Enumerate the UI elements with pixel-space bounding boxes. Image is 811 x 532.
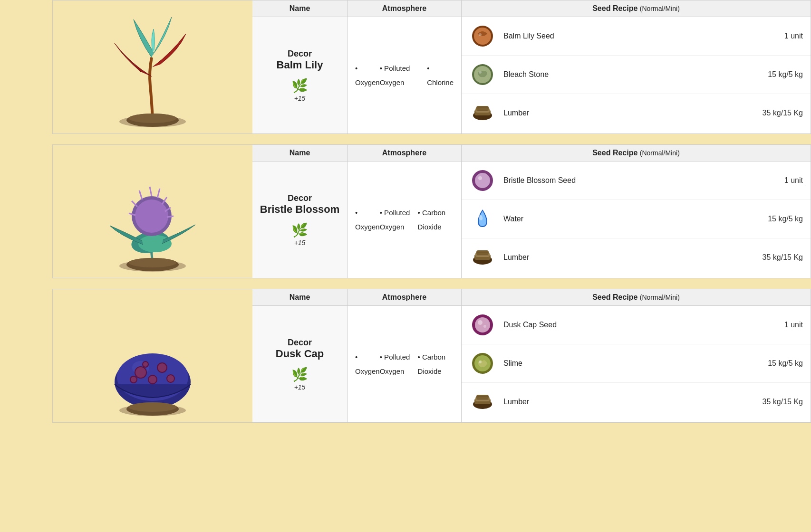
- header-recipe: Seed Recipe (Normal/Mini): [462, 145, 811, 161]
- ingredient-amount: 15 kg/5 kg: [751, 215, 803, 223]
- svg-rect-37: [476, 250, 489, 255]
- svg-point-57: [483, 325, 486, 328]
- recipe-cell: Balm Lily Seed1 unit Bleach Stone15 kg/5…: [462, 17, 811, 133]
- plant-info-table-bristle-blossom: NameAtmosphereSeed Recipe (Normal/Mini) …: [252, 145, 811, 278]
- ingredient-name: Water: [503, 215, 751, 223]
- ingredient-amount: 1 unit: [751, 176, 803, 185]
- plant-data-row: Decor Dusk Cap 🌿 +15 • Oxygen• Polluted …: [252, 306, 811, 422]
- recipe-row: Water15 kg/5 kg: [462, 200, 811, 238]
- ingredient-icon: [469, 312, 496, 338]
- plant-info-table-dusk-cap: NameAtmosphereSeed Recipe (Normal/Mini) …: [252, 289, 811, 422]
- header-name: Name: [252, 145, 348, 161]
- header-atmosphere: Atmosphere: [348, 289, 462, 305]
- ingredient-amount: 35 kg/15 Kg: [751, 398, 803, 406]
- recipe-row: Lumber35 kg/15 Kg: [462, 383, 811, 421]
- svg-point-17: [138, 235, 172, 252]
- name-subname: Dusk Cap: [276, 348, 324, 360]
- ingredient-icon: [469, 206, 496, 232]
- ingredient-icon: [469, 167, 496, 194]
- recipe-row: Balm Lily Seed1 unit: [462, 17, 811, 56]
- svg-point-32: [478, 176, 482, 180]
- plant-image-cell-bristle-blossom: [53, 145, 252, 278]
- ingredient-amount: 15 kg/5 kg: [751, 70, 803, 79]
- ingredient-amount: 15 kg/5 kg: [751, 359, 803, 368]
- plant-image-cell-dusk-cap: [53, 289, 252, 422]
- svg-point-31: [475, 173, 490, 188]
- ingredient-name: Balm Lily Seed: [503, 32, 751, 40]
- recipe-row: Lumber35 kg/15 Kg: [462, 238, 811, 276]
- plant-info-table-balm-lily: NameAtmosphereSeed Recipe (Normal/Mini) …: [252, 0, 811, 133]
- decor-icon-row: 🌿 +15: [291, 78, 308, 102]
- svg-point-2: [129, 114, 176, 123]
- plant-data-row: Decor Bristle Blossom 🌿 +15 • Oxygen• Po…: [252, 162, 811, 278]
- svg-line-27: [167, 216, 174, 217]
- recipe-row: Bleach Stone15 kg/5 kg: [462, 56, 811, 94]
- ingredient-icon: [469, 350, 496, 377]
- section-gap: [52, 284, 811, 289]
- decor-icon: 🌿: [291, 222, 308, 238]
- plant-section-balm-lily: NameAtmosphereSeed Recipe (Normal/Mini) …: [52, 0, 811, 134]
- svg-point-55: [475, 317, 490, 332]
- atmosphere-item: • Polluted Oxygen: [380, 206, 418, 234]
- svg-point-60: [479, 361, 482, 363]
- plant-image-cell-balm-lily: [53, 0, 252, 133]
- plant-section-dusk-cap: NameAtmosphereSeed Recipe (Normal/Mini) …: [52, 289, 811, 423]
- atmosphere-item: • Oxygen: [355, 61, 380, 90]
- atmosphere-item: • Polluted Oxygen: [380, 350, 418, 379]
- svg-rect-12: [476, 106, 489, 111]
- header-atmosphere: Atmosphere: [348, 0, 462, 17]
- svg-point-49: [130, 376, 137, 383]
- ingredient-name: Lumber: [503, 398, 751, 406]
- svg-point-8: [479, 71, 482, 74]
- main-content: NameAtmosphereSeed Recipe (Normal/Mini) …: [52, 0, 811, 532]
- atmosphere-cell: • Oxygen• Polluted Oxygen• Carbon Dioxid…: [348, 162, 462, 278]
- decor-icon-row: 🌿 +15: [291, 222, 308, 247]
- header-atmosphere: Atmosphere: [348, 145, 462, 161]
- atmosphere-item: • Carbon Dioxide: [418, 206, 454, 234]
- ingredient-name: Lumber: [503, 253, 751, 262]
- decor-icon-row: 🌿 +15: [291, 367, 308, 391]
- ingredient-icon: [469, 244, 496, 271]
- atmosphere-item: • Chlorine: [427, 61, 454, 90]
- column-header-row: NameAtmosphereSeed Recipe (Normal/Mini): [252, 0, 811, 17]
- page-wrapper: NameAtmosphereSeed Recipe (Normal/Mini) …: [0, 0, 811, 532]
- plant-section-bristle-blossom: NameAtmosphereSeed Recipe (Normal/Mini) …: [52, 144, 811, 278]
- atmosphere-item: • Polluted Oxygen: [380, 61, 427, 90]
- ingredient-icon: [469, 100, 496, 126]
- header-recipe: Seed Recipe (Normal/Mini): [462, 0, 811, 17]
- name-subname: Bristle Blossom: [260, 203, 340, 216]
- atmosphere-cell: • Oxygen• Polluted Oxygen• Carbon Dioxid…: [348, 306, 462, 422]
- name-cell: Decor Dusk Cap 🌿 +15: [252, 306, 348, 422]
- ingredient-icon: [469, 61, 496, 88]
- recipe-row: Slime15 kg/5 kg: [462, 344, 811, 383]
- ingredient-icon: [469, 389, 496, 415]
- svg-point-51: [143, 361, 148, 367]
- svg-point-47: [157, 363, 167, 372]
- recipe-row: Lumber35 kg/15 Kg: [462, 94, 811, 132]
- svg-point-53: [129, 402, 176, 412]
- svg-line-22: [139, 190, 142, 200]
- decor-icon: 🌿: [291, 78, 308, 94]
- recipe-row: Bristle Blossom Seed1 unit: [462, 162, 811, 200]
- column-header-row: NameAtmosphereSeed Recipe (Normal/Mini): [252, 145, 811, 162]
- name-cell: Decor Bristle Blossom 🌿 +15: [252, 162, 348, 278]
- decor-plus: +15: [294, 383, 306, 391]
- svg-point-19: [135, 200, 168, 233]
- recipe-cell: Bristle Blossom Seed1 unit Water15 kg/5 …: [462, 162, 811, 278]
- atmosphere-item: • Oxygen: [355, 206, 380, 234]
- atmosphere-cell: • Oxygen• Polluted Oxygen• Chlorine: [348, 17, 462, 133]
- ingredient-name: Lumber: [503, 109, 751, 117]
- svg-point-56: [478, 320, 483, 325]
- atmosphere-item: • Oxygen: [355, 350, 380, 379]
- svg-rect-64: [476, 395, 489, 399]
- section-gap: [52, 428, 811, 433]
- ingredient-icon: [469, 23, 496, 49]
- name-label: Decor: [288, 49, 312, 59]
- svg-point-5: [479, 33, 482, 36]
- column-header-row: NameAtmosphereSeed Recipe (Normal/Mini): [252, 289, 811, 306]
- name-label: Decor: [288, 193, 312, 203]
- name-cell: Decor Balm Lily 🌿 +15: [252, 17, 348, 133]
- plant-data-row: Decor Balm Lily 🌿 +15 • Oxygen• Polluted…: [252, 17, 811, 133]
- svg-point-29: [129, 258, 176, 267]
- name-label: Decor: [288, 338, 312, 348]
